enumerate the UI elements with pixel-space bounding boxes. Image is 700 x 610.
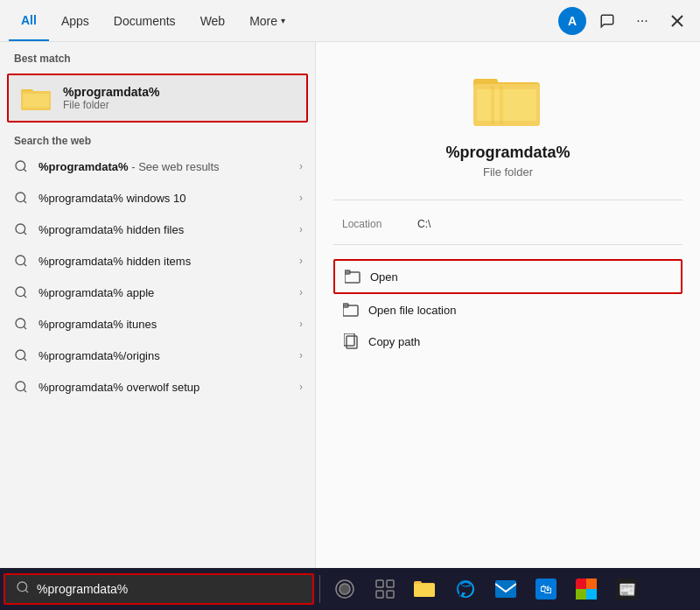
chevron-right-icon: ›: [299, 255, 303, 267]
chevron-right-icon: ›: [299, 223, 303, 235]
content-area: Best match %programdata% File folder Sea…: [0, 42, 700, 569]
svg-point-8: [16, 193, 25, 202]
search-icon: [12, 315, 30, 333]
action-open-file-location[interactable]: Open file location: [333, 294, 682, 326]
tab-documents[interactable]: Documents: [102, 0, 188, 41]
action-open[interactable]: Open: [333, 259, 682, 294]
close-button[interactable]: [663, 7, 691, 35]
copy-icon: [342, 333, 360, 350]
search-item[interactable]: %programdata% itunes ›: [0, 308, 315, 340]
cortana-button[interactable]: [326, 570, 364, 608]
svg-line-13: [24, 263, 26, 266]
search-web-label: Search the web: [0, 126, 315, 151]
left-panel: Best match %programdata% File folder Sea…: [0, 42, 315, 569]
svg-point-12: [16, 256, 25, 265]
svg-text:📰: 📰: [619, 581, 636, 598]
search-item[interactable]: %programdata%/origins ›: [0, 340, 315, 371]
task-view-button[interactable]: [366, 570, 404, 608]
news-button[interactable]: 📰: [607, 570, 646, 608]
svg-text:🛍: 🛍: [540, 582, 552, 596]
options-button[interactable]: ···: [628, 7, 656, 35]
right-panel: %programdata% File folder Location C:\ O…: [315, 42, 700, 569]
mail-button[interactable]: [486, 570, 525, 608]
taskbar-search-icon: [16, 580, 30, 598]
search-item[interactable]: %programdata% overwolf setup ›: [0, 371, 315, 403]
svg-rect-27: [500, 86, 503, 124]
svg-point-14: [16, 287, 25, 297]
search-item[interactable]: %programdata% hidden files ›: [0, 214, 315, 245]
right-folder-icon: [473, 68, 543, 130]
svg-point-34: [18, 582, 27, 592]
taskbar-search[interactable]: %programdata%: [4, 573, 314, 605]
right-panel-title: %programdata%: [445, 144, 570, 162]
svg-line-15: [24, 295, 26, 298]
taskbar: %programdata%: [0, 568, 700, 610]
svg-point-10: [16, 224, 25, 234]
search-icon: [12, 221, 30, 238]
tab-apps[interactable]: Apps: [49, 0, 102, 41]
svg-point-18: [16, 350, 25, 360]
svg-point-6: [16, 161, 25, 171]
tab-web[interactable]: Web: [188, 0, 238, 41]
svg-point-16: [16, 319, 25, 328]
search-icon: [12, 378, 30, 396]
search-icon: [12, 252, 30, 270]
divider: [333, 244, 682, 245]
open-folder-icon: [344, 268, 361, 285]
tab-more[interactable]: More ▾: [237, 0, 298, 41]
svg-rect-38: [376, 580, 383, 587]
svg-line-35: [25, 590, 28, 592]
search-panel: All Apps Documents Web More ▾ A ···: [0, 0, 700, 569]
divider: [333, 200, 682, 200]
store-button[interactable]: 🛍: [527, 570, 565, 608]
svg-rect-40: [376, 591, 383, 598]
edge-browser-button[interactable]: [446, 570, 485, 608]
chevron-down-icon: ▾: [281, 16, 285, 25]
right-panel-subtitle: File folder: [483, 165, 533, 179]
svg-line-11: [24, 232, 26, 235]
nav-tabs: All Apps Documents Web More ▾ A ···: [0, 0, 700, 42]
chevron-right-icon: ›: [299, 192, 303, 204]
svg-rect-26: [491, 86, 494, 124]
svg-line-9: [24, 200, 26, 203]
svg-line-7: [24, 169, 26, 172]
svg-rect-39: [387, 580, 394, 587]
svg-rect-49: [586, 578, 597, 589]
svg-point-20: [16, 382, 25, 391]
feedback-button[interactable]: [593, 7, 621, 35]
best-match-label: Best match: [0, 42, 315, 70]
search-item[interactable]: %programdata% - See web results ›: [0, 151, 315, 182]
search-item[interactable]: %programdata% hidden items ›: [0, 245, 315, 277]
taskbar-search-text: %programdata%: [37, 582, 128, 596]
chevron-right-icon: ›: [299, 381, 303, 393]
svg-rect-33: [344, 333, 354, 346]
tab-all[interactable]: All: [9, 0, 49, 41]
svg-line-17: [24, 326, 26, 329]
chevron-right-icon: ›: [299, 318, 303, 330]
open-location-icon: [342, 301, 360, 319]
photos-button[interactable]: [567, 570, 606, 608]
svg-rect-25: [477, 89, 536, 121]
svg-line-21: [24, 389, 26, 392]
best-match-item[interactable]: %programdata% File folder: [7, 74, 308, 123]
svg-rect-32: [346, 336, 357, 348]
folder-icon: [21, 84, 52, 112]
svg-point-37: [340, 584, 350, 594]
chevron-right-icon: ›: [299, 286, 303, 298]
action-copy-path[interactable]: Copy path: [333, 326, 682, 357]
nav-right-controls: A ···: [558, 7, 691, 35]
file-explorer-button[interactable]: [406, 570, 444, 608]
user-avatar[interactable]: A: [558, 7, 586, 35]
search-item[interactable]: %programdata% apple ›: [0, 277, 315, 308]
search-icon: [12, 158, 30, 175]
taskbar-divider: [319, 575, 320, 603]
meta-location: Location C:\: [333, 214, 682, 234]
search-item[interactable]: %programdata% windows 10 ›: [0, 182, 315, 214]
search-icon: [12, 284, 30, 301]
svg-rect-51: [576, 589, 586, 599]
svg-rect-44: [414, 584, 435, 597]
svg-rect-50: [586, 589, 597, 599]
svg-rect-41: [387, 591, 394, 598]
chevron-right-icon: ›: [299, 349, 303, 361]
search-icon: [12, 347, 30, 364]
